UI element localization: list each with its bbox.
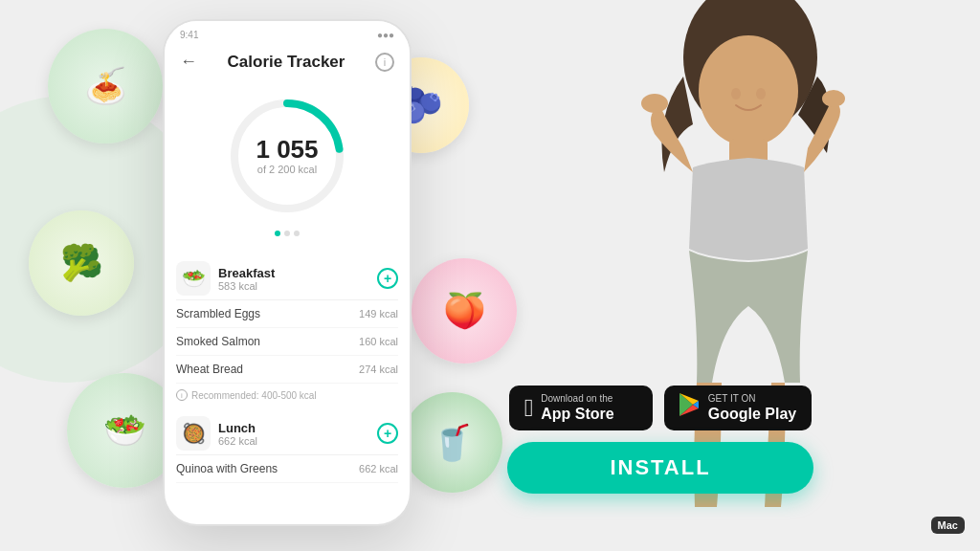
store-buttons:  Download on the App Store GET IT ON Go… (509, 386, 812, 430)
scrambled-eggs-kcal: 149 kcal (359, 308, 398, 320)
calorie-ring: 1 055 of 2 200 kcal (220, 89, 354, 223)
smoked-salmon-kcal: 160 kcal (359, 336, 398, 347)
phone-header: ← Calorie Tracker i (165, 48, 410, 79)
meals-section: 🥗 Breakfast 583 kcal + Scrambled Eggs 14… (165, 252, 410, 483)
google-play-text: GET IT ON Google Play (708, 393, 796, 423)
app-store-button[interactable]:  Download on the App Store (509, 386, 653, 430)
quinoa-kcal: 662 kcal (359, 463, 398, 474)
plate-salad-food: 🥗 (103, 410, 146, 451)
calorie-total-label: of 2 200 kcal (256, 164, 318, 175)
quinoa-name: Quinoa with Greens (176, 462, 278, 475)
plate-pink-food: 🍑 (443, 291, 486, 331)
recommended-info-icon: i (176, 389, 188, 401)
smoked-salmon-item: Smoked Salmon 160 kcal (176, 328, 398, 356)
google-play-button[interactable]: GET IT ON Google Play (664, 386, 812, 430)
scrambled-eggs-name: Scrambled Eggs (176, 307, 260, 320)
breakfast-name: Breakfast (218, 266, 275, 280)
app-store-line1: Download on the (541, 393, 613, 405)
dot-2 (284, 231, 290, 236)
plate-asparagus-food: 🥦 (60, 243, 103, 283)
quinoa-item: Quinoa with Greens 662 kcal (176, 455, 398, 483)
cta-section:  Download on the App Store GET IT ON Go… (507, 386, 813, 494)
lunch-kcal: 662 kcal (218, 435, 257, 447)
battery: ●●● (377, 30, 394, 40)
calorie-number: 1 055 (256, 137, 318, 162)
google-play-line1: GET IT ON (708, 393, 796, 405)
info-icon[interactable]: i (375, 53, 394, 72)
lunch-icon: 🥘 (176, 416, 211, 451)
scrambled-eggs-item: Scrambled Eggs 149 kcal (176, 300, 398, 328)
back-arrow-icon[interactable]: ← (180, 52, 197, 72)
recommended-text: Recommended: 400-500 kcal (191, 390, 317, 401)
play-icon (679, 393, 701, 422)
breakfast-header-left: 🥗 Breakfast 583 kcal (176, 261, 275, 296)
google-play-line2: Google Play (708, 405, 796, 423)
lunch-name: Lunch (218, 421, 257, 435)
plate-pasta-food: 🍝 (84, 66, 127, 106)
time: 9:41 (180, 30, 198, 40)
mac-badge: Mac (931, 517, 965, 534)
lunch-header-left: 🥘 Lunch 662 kcal (176, 416, 257, 451)
svg-point-8 (756, 88, 766, 99)
wheat-bread-item: Wheat Bread 274 kcal (176, 356, 398, 384)
svg-point-3 (699, 35, 798, 146)
dot-3 (294, 231, 300, 236)
breakfast-icon: 🥗 (176, 261, 211, 296)
dot-1 (275, 231, 280, 236)
apple-icon:  (524, 393, 534, 423)
svg-point-7 (731, 88, 741, 99)
dots-indicator (275, 231, 300, 236)
add-lunch-button[interactable]: + (377, 423, 398, 444)
plate-pink-bowl: 🍑 (412, 258, 517, 364)
svg-point-6 (822, 90, 845, 107)
ring-text: 1 055 of 2 200 kcal (256, 137, 318, 175)
lunch-info: Lunch 662 kcal (218, 421, 257, 447)
phone-mockup: 9:41 ●●● ← Calorie Tracker i 1 055 of 2 … (163, 19, 412, 526)
plate-green-food: 🥤 (431, 423, 474, 463)
add-breakfast-button[interactable]: + (377, 268, 398, 289)
smoked-salmon-name: Smoked Salmon (176, 335, 260, 348)
lunch-header: 🥘 Lunch 662 kcal + (176, 407, 398, 455)
plate-green-smoothie: 🥤 (402, 392, 502, 493)
wheat-bread-name: Wheat Bread (176, 363, 243, 376)
wheat-bread-kcal: 274 kcal (359, 364, 398, 375)
breakfast-kcal: 583 kcal (218, 280, 275, 292)
app-store-text: Download on the App Store (541, 393, 613, 423)
calorie-section: 1 055 of 2 200 kcal (165, 79, 410, 252)
phone-title: Calorie Tracker (228, 53, 345, 72)
plate-pasta: 🍝 (48, 29, 163, 143)
breakfast-info: Breakfast 583 kcal (218, 266, 275, 292)
svg-point-5 (641, 94, 668, 113)
breakfast-header: 🥗 Breakfast 583 kcal + (176, 252, 398, 300)
install-button[interactable]: INSTALL (507, 442, 813, 494)
recommended-note: i Recommended: 400-500 kcal (176, 384, 398, 407)
plate-asparagus: 🥦 (29, 210, 134, 316)
app-store-line2: App Store (541, 405, 613, 423)
phone-status-bar: 9:41 ●●● (165, 21, 410, 48)
